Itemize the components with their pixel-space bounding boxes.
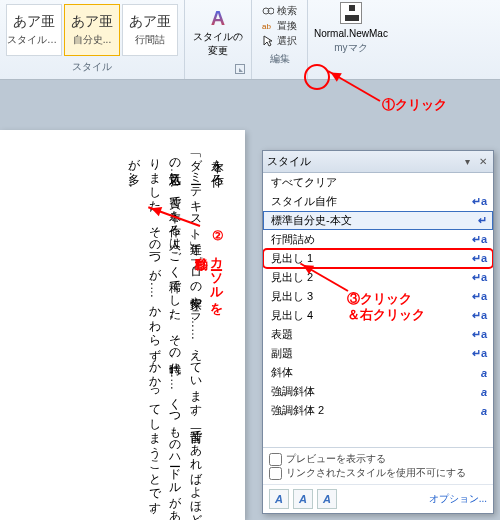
paragraph-mark-icon: ↵a (472, 347, 487, 360)
doc-heading: 本を作る (210, 150, 225, 180)
disable-linked-label: リンクされたスタイルを使用不可にする (286, 466, 466, 480)
styles-pane: スタイル ▾ ✕ すべてクリアスタイル自作↵a標準自分史-本文↵行間詰め↵a見出… (262, 150, 494, 514)
paragraph-mark-icon: ↵ (478, 214, 487, 227)
style-chip-0[interactable]: あア亜 スタイル自作 (6, 4, 62, 56)
style-chip-2[interactable]: あア亜 行間詰 (122, 4, 178, 56)
styles-options-link[interactable]: オプション... (429, 492, 487, 506)
document-page[interactable]: 本を作る 「ダミーテキスト」近年、プロの作家やラ……えています。一昔前であればよ… (0, 130, 245, 520)
pane-close-icon[interactable]: ✕ (477, 156, 489, 168)
styles-pane-footer: プレビューを表示する リンクされたスタイルを使用不可にする (263, 447, 493, 484)
style-chip-label: 行間詰 (135, 33, 165, 47)
ribbon-group-caption-edit: 編集 (256, 50, 303, 67)
macro-icon[interactable] (340, 2, 362, 24)
paragraph-mark-icon: ↵a (472, 233, 487, 246)
select-button[interactable]: 選択 (262, 34, 297, 48)
new-style-button[interactable]: A (269, 489, 289, 509)
style-row-label: 表題 (271, 327, 293, 342)
show-preview-label: プレビューを表示する (286, 452, 386, 466)
paragraph-mark-icon: ↵a (472, 290, 487, 303)
style-row[interactable]: 斜体a (263, 363, 493, 382)
macro-label: Normal.NewMac (314, 28, 388, 39)
styles-pane-title: スタイル (267, 154, 311, 169)
cursor-icon (262, 35, 274, 47)
style-row[interactable]: 強調斜体 2a (263, 401, 493, 420)
manage-styles-button[interactable]: A (317, 489, 337, 509)
style-chip-sample: あア亜 (13, 13, 55, 31)
ribbon-group-caption-macro: myマク (314, 39, 388, 56)
style-launcher-row (189, 62, 247, 75)
style-chip-sample: あア亜 (71, 13, 113, 31)
ribbon-group-caption-style: スタイル (4, 58, 180, 75)
style-chip-1[interactable]: あア亜 自分史... (64, 4, 120, 56)
change-style-button[interactable]: A スタイルの変更 (189, 2, 247, 62)
paragraph-mark-icon: a (481, 367, 487, 379)
style-row-label: すべてクリア (271, 175, 337, 190)
styles-pane-bottom: A A A オプション... (263, 484, 493, 513)
annotation-step3-b: ＆右クリック (347, 306, 425, 324)
style-row[interactable]: すべてクリア (263, 173, 493, 192)
ribbon: あア亜 スタイル自作 あア亜 自分史... あア亜 行間詰 スタイル A スタイ… (0, 0, 500, 80)
annotation-step2-num: ② (210, 228, 225, 243)
style-row-label: スタイル自作 (271, 194, 337, 209)
style-row-label: 標準自分史-本文 (271, 213, 352, 228)
change-style-icon: A (211, 7, 225, 30)
style-row[interactable]: 強調斜体a (263, 382, 493, 401)
style-row[interactable]: 標準自分史-本文↵ (263, 211, 493, 230)
binoculars-icon (262, 5, 274, 17)
style-row[interactable]: 行間詰め↵a (263, 230, 493, 249)
style-row-label: 強調斜体 (271, 384, 315, 399)
style-row-label: 見出し 4 (271, 308, 313, 323)
style-chip-sample: あア亜 (129, 13, 171, 31)
style-row[interactable]: 表題↵a (263, 325, 493, 344)
paragraph-mark-icon: ↵a (472, 328, 487, 341)
disable-linked-checkbox[interactable]: リンクされたスタイルを使用不可にする (269, 466, 487, 480)
style-chip-label: 自分史... (73, 33, 111, 47)
paragraph-mark-icon: a (481, 386, 487, 398)
change-style-label: スタイルの変更 (189, 30, 247, 58)
document-body: 本を作る 「ダミーテキスト」近年、プロの作家やラ……えています。一昔前であればよ… (10, 150, 227, 520)
caption-text: スタイル (72, 60, 112, 74)
style-gallery: あア亜 スタイル自作 あア亜 自分史... あア亜 行間詰 (4, 2, 180, 58)
style-chip-label: スタイル自作 (7, 33, 61, 47)
change-style-group: A スタイルの変更 (185, 0, 252, 79)
replace-button[interactable]: ab 置換 (262, 19, 297, 33)
annotation-step1: ①クリック (382, 96, 447, 114)
style-row[interactable]: 副題↵a (263, 344, 493, 363)
paragraph-mark-icon: ↵a (472, 271, 487, 284)
style-row-label: 副題 (271, 346, 293, 361)
show-preview-checkbox[interactable]: プレビューを表示する (269, 452, 487, 466)
paragraph-mark-icon: ↵a (472, 252, 487, 265)
paragraph-mark-icon: ↵a (472, 195, 487, 208)
paragraph-mark-icon: ↵a (472, 309, 487, 322)
styles-dialog-launcher-icon[interactable] (235, 64, 245, 74)
select-label: 選択 (277, 34, 297, 48)
replace-icon: ab (262, 20, 274, 32)
paragraph-mark-icon: a (481, 405, 487, 417)
style-row-label: 斜体 (271, 365, 293, 380)
style-row-label: 見出し 3 (271, 289, 313, 304)
svg-text:ab: ab (262, 22, 271, 31)
pane-dropdown-icon[interactable]: ▾ (461, 156, 473, 168)
replace-label: 置換 (277, 19, 297, 33)
style-row-label: 強調斜体 2 (271, 403, 324, 418)
style-gallery-group: あア亜 スタイル自作 あア亜 自分史... あア亜 行間詰 スタイル (0, 0, 185, 79)
doc-paragraph: 「ダミーテキスト」近年、プロの作家やラ……えています。一昔前であればよほどの意気… (127, 150, 203, 520)
style-row[interactable]: スタイル自作↵a (263, 192, 493, 211)
annotation-step2-a: カーソルを (207, 248, 225, 308)
style-row-label: 行間詰め (271, 232, 315, 247)
find-button[interactable]: 検索 (262, 4, 297, 18)
style-row[interactable]: 見出し 2↵a (263, 268, 493, 287)
style-inspector-button[interactable]: A (293, 489, 313, 509)
styles-pane-titlebar[interactable]: スタイル ▾ ✕ (263, 151, 493, 173)
edit-group: 検索 ab 置換 選択 編集 (252, 0, 308, 79)
find-label: 検索 (277, 4, 297, 18)
